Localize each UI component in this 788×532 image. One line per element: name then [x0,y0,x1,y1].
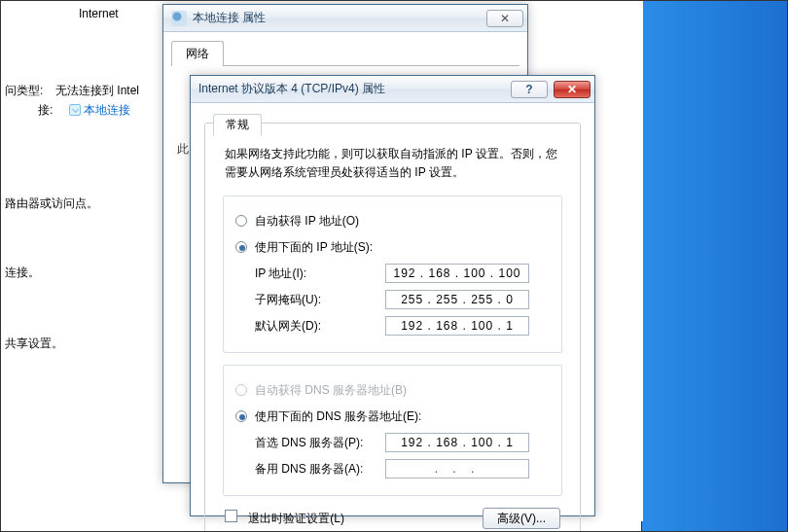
question-icon: ? [525,83,532,96]
internet-label: Internet [79,7,119,20]
tabstrip: 网络 [171,40,519,66]
share-settings-text: 共享设置。 [5,336,63,352]
close-button[interactable]: ✕ [486,10,523,27]
description-text: 如果网络支持此功能，则可以获取自动指派的 IP 设置。否则，您需要从网络系统管理… [225,145,560,182]
ip-settings-group: 自动获得 IP 地址(O) 使用下面的 IP 地址(S): IP 地址(I): … [223,195,562,353]
radio-manual-dns[interactable] [235,410,247,422]
radio-manual-ip-label[interactable]: 使用下面的 IP 地址(S): [255,239,373,256]
radio-auto-dns [235,384,247,396]
radio-manual-ip[interactable] [235,241,247,253]
dns-settings-group: 自动获得 DNS 服务器地址(B) 使用下面的 DNS 服务器地址(E): 首选… [223,365,562,496]
window-title: Internet 协议版本 4 (TCP/IPv4) 属性 [198,81,511,97]
validate-checkbox-label: 退出时验证设置(L) [248,512,344,525]
dns1-label: 首选 DNS 服务器(P): [235,435,385,451]
radio-auto-dns-label: 自动获得 DNS 服务器地址(B) [255,382,407,399]
dns1-input[interactable]: 192 . 168 . 100 . 1 [385,433,529,452]
subnet-mask-input[interactable]: 255 . 255 . 255 . 0 [385,290,529,309]
help-button[interactable]: ? [511,81,548,98]
router-text: 路由器或访问点。 [5,195,98,212]
ip-address-label: IP 地址(I): [235,266,385,282]
radio-manual-dns-label[interactable]: 使用下面的 DNS 服务器地址(E): [255,408,421,425]
tab-general[interactable]: 常规 [213,114,262,136]
gateway-label: 默认网关(D): [235,318,385,335]
dns2-label: 备用 DNS 服务器(A): [235,461,385,478]
connection-type-value: 无法连接到 Intel [55,83,139,99]
subnet-mask-label: 子网掩码(U): [235,292,385,308]
window-title: 本地连接 属性 [193,10,486,26]
desktop-background [641,1,787,531]
gateway-input[interactable]: 192 . 168 . 100 . 1 [385,316,529,336]
radio-auto-ip-label[interactable]: 自动获得 IP 地址(O) [255,213,359,230]
partial-text: 此 [177,141,189,158]
titlebar[interactable]: Internet 协议版本 4 (TCP/IPv4) 属性 ? ✕ [191,76,594,103]
close-icon: ✕ [567,84,577,95]
advanced-button[interactable]: 高级(V)... [483,508,560,529]
ipv4-properties-window: Internet 协议版本 4 (TCP/IPv4) 属性 ? ✕ 常规 如果网… [190,75,595,516]
tab-network[interactable]: 网络 [171,41,224,66]
local-connection-link[interactable]: 本地连接 [69,102,130,119]
validate-on-exit[interactable]: 退出时验证设置(L) [225,510,344,527]
connection-type-label: 问类型: [5,83,43,99]
titlebar[interactable]: 本地连接 属性 ✕ [163,5,527,32]
network-adapter-icon [69,104,81,116]
dns2-input[interactable]: . . . [385,459,529,479]
radio-auto-ip[interactable] [235,215,247,227]
validate-checkbox[interactable] [225,510,237,522]
ip-address-input[interactable]: 192 . 168 . 100 . 100 [385,264,529,283]
close-button[interactable]: ✕ [554,81,591,98]
connection-target-label: 接: [38,102,53,119]
network-adapter-icon [171,11,187,26]
connection-text: 连接。 [5,265,40,281]
